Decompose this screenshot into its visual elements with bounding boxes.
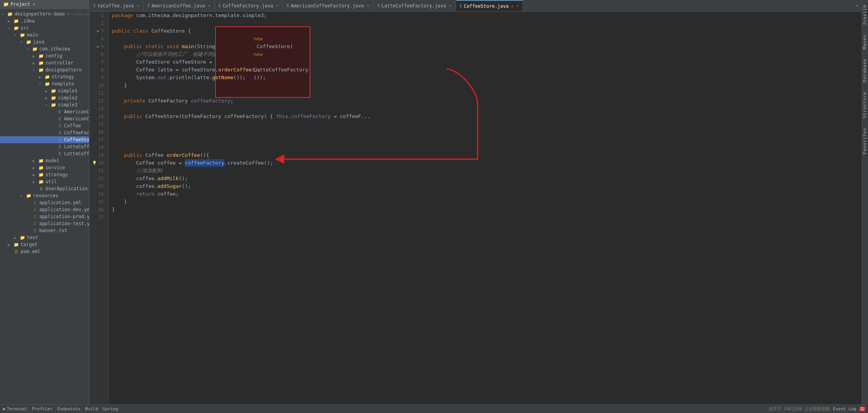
folder-icon: 📁 xyxy=(26,193,32,199)
bottom-tab-spring[interactable]: Spring xyxy=(103,406,118,411)
bottom-tab-terminal[interactable]: ▶ Terminal xyxy=(3,406,28,411)
code-line-17[interactable] xyxy=(112,136,859,144)
tree-item-americancoffee[interactable]: C AmericanCoffee xyxy=(0,108,89,115)
sidebar-header[interactable]: 📁 Project ▾ xyxy=(0,0,89,9)
arrow-icon: ▶ xyxy=(8,19,13,23)
tree-item-util[interactable]: ▶ 📁 util xyxy=(0,178,89,185)
project-dropdown-icon[interactable]: ▾ xyxy=(33,2,35,7)
code-text: CoffeeFactory xyxy=(145,97,191,105)
tree-item-src[interactable]: ▾ 📁 src xyxy=(0,24,89,31)
jcaslib-panel[interactable]: Jcaslib xyxy=(862,0,868,30)
tab-label: AmericanCoffee.java xyxy=(151,3,205,9)
bottom-right-section: 道学字 1481394 正在观看视频 Event Log 1 xyxy=(769,406,865,412)
bottom-tab-label: Spring xyxy=(103,406,118,411)
tab-close-icon[interactable]: × xyxy=(517,4,519,8)
tab-americancoffee[interactable]: C AmericanCoffee.java × xyxy=(144,0,215,11)
code-content[interactable]: package com.itheima.designpattern.templa… xyxy=(109,12,862,404)
tab-close-icon[interactable]: × xyxy=(449,3,452,8)
tree-item-resources[interactable]: ▾ 📁 resources xyxy=(0,192,89,199)
tree-item-americancoffeefactory[interactable]: C AmericanCoffeeFactory xyxy=(0,115,89,122)
tree-item-simple2[interactable]: ▶ 📁 simple2 xyxy=(0,94,89,101)
code-line-18[interactable] xyxy=(112,144,859,151)
tree-item-model[interactable]: ▶ 📁 model xyxy=(0,157,89,164)
code-line-15[interactable] xyxy=(112,120,859,128)
tree-item-main[interactable]: ▾ 📁 main xyxy=(0,31,89,38)
tree-item-designpattern[interactable]: ▾ 📁 designpattern xyxy=(0,66,89,73)
tree-item-userapplication[interactable]: A UserApplication xyxy=(0,185,89,192)
tree-item-coffee[interactable]: C Coffee xyxy=(0,122,89,129)
code-line-24[interactable]: return coffee; xyxy=(112,190,859,198)
tab-coffeefactory[interactable]: C CoffeeFactory.java × xyxy=(215,0,283,11)
maven-panel[interactable]: Maven xyxy=(862,30,868,54)
tab-overflow[interactable]: ▾ xyxy=(852,0,862,11)
tree-item-application-prod-yml[interactable]: 🗋 application-prod.yml xyxy=(0,213,89,220)
code-line-2[interactable] xyxy=(112,19,859,27)
arrow-icon: ▶ xyxy=(33,173,38,177)
run-icon[interactable]: ▶ xyxy=(95,27,99,35)
code-line-26[interactable]: } xyxy=(112,206,859,213)
tree-label: CoffeeStore xyxy=(64,137,89,142)
tab-americancoffeefactory[interactable]: C AmericanCoffeeFactory.java × xyxy=(283,0,374,11)
tree-item-pom-xml[interactable]: 🗋 pom.xml xyxy=(0,248,89,255)
code-line-27[interactable] xyxy=(112,213,859,221)
tree-item-lattecoffee[interactable]: C LatteCoffee xyxy=(0,143,89,150)
tree-item-lattecoffeefactory[interactable]: C LatteCoffeeFactory xyxy=(0,150,89,157)
tab-coffeestore[interactable]: C CoffeeStore.java ⚠ × xyxy=(456,0,524,11)
code-line-20[interactable]: Coffee coffee = coffeeFactory .createCof… xyxy=(112,159,859,167)
yaml-icon: 🗋 xyxy=(32,200,38,206)
tree-item-designpattern-demo[interactable]: ▾ 📁 designpattern-demo D:\code\designpat… xyxy=(0,10,89,17)
tree-item-application-test-yml[interactable]: 🗋 application-test.yml xyxy=(0,220,89,227)
tree-item-target[interactable]: ▶ 📁 target xyxy=(0,241,89,248)
tab-close-icon[interactable]: × xyxy=(137,3,139,8)
tab-lattecoffeefactory[interactable]: C LatteCoffeeFactory.java × xyxy=(374,0,456,11)
bottom-tab-label: Terminal xyxy=(7,406,28,411)
code-line-9[interactable]: System. out .println(latte. getName ()); xyxy=(112,74,859,82)
code-line-21[interactable]: //添加配料 xyxy=(112,167,859,175)
structure-panel[interactable]: Structure xyxy=(862,87,868,123)
tree-item-config[interactable]: ▶ 📁 config xyxy=(0,52,89,59)
tree-item-strategy[interactable]: ▶ 📁 strategy xyxy=(0,73,89,80)
code-line-22[interactable]: coffee. addMilk (); xyxy=(112,175,859,182)
tree-item-simple1[interactable]: ▶ 📁 simple1 xyxy=(0,87,89,94)
bottom-tab-endpoints[interactable]: Endpoints xyxy=(57,406,81,411)
tree-item-strategy2[interactable]: ▶ 📁 strategy xyxy=(0,171,89,178)
code-line-12[interactable]: private CoffeeFactory coffeeFactory ; xyxy=(112,97,859,105)
database-panel[interactable]: Database xyxy=(862,54,868,87)
tree-item-coffeestore[interactable]: C CoffeeStore xyxy=(0,136,89,143)
bottom-tab-profiler[interactable]: Profiler xyxy=(32,406,53,411)
code-line-19[interactable]: public Coffee orderCoffee (){ xyxy=(112,151,859,159)
tree-item-template[interactable]: ▾ 📁 template xyxy=(0,80,89,87)
run-icon[interactable]: ▶ xyxy=(95,43,99,50)
code-line-13[interactable] xyxy=(112,105,859,113)
tree-item-banner-txt[interactable]: 🗋 banner.txt xyxy=(0,227,89,234)
tab-close-icon[interactable]: × xyxy=(367,3,369,8)
tree-item-idea[interactable]: ▶ 📁 .idea xyxy=(0,17,89,24)
tree-item-controller[interactable]: ▶ 📁 controller xyxy=(0,59,89,66)
code-text: } xyxy=(112,206,115,213)
tree-item-application-dev-yml[interactable]: 🗋 application-dev.yml xyxy=(0,206,89,213)
tree-item-coffeefactory[interactable]: I CoffeeFactory xyxy=(0,129,89,136)
favorites-panel[interactable]: Favorites xyxy=(862,123,868,159)
arrow-icon: ▾ xyxy=(33,68,38,72)
tree-label: src xyxy=(21,25,29,31)
tree-item-java[interactable]: ▾ 📁 java xyxy=(0,38,89,45)
code-line-1[interactable]: package com.itheima.designpattern.templa… xyxy=(112,12,859,19)
tab-tecoffee[interactable]: C teCoffee.java × xyxy=(89,0,144,11)
event-log-button[interactable]: Event Log xyxy=(833,406,856,411)
code-line-14[interactable]: public CoffeeStore(CoffeeFactory coffeeF… xyxy=(112,113,859,120)
tree-item-service[interactable]: ▶ 📁 service xyxy=(0,164,89,171)
tab-close-icon[interactable]: × xyxy=(276,3,278,8)
bottom-tab-build[interactable]: Build xyxy=(85,406,98,411)
line-num-5: ▶ 5 xyxy=(92,43,105,50)
tree-item-simple3[interactable]: ▾ 📁 simple3 xyxy=(0,101,89,108)
code-line-7[interactable]: CoffeeStore coffeeStore = new CoffeeStor… xyxy=(112,58,859,66)
tab-close-icon[interactable]: × xyxy=(208,3,210,8)
code-line-23[interactable]: coffee. addSugar (); xyxy=(112,182,859,190)
tree-item-com-itheima[interactable]: ▾ 📁 com.itheima xyxy=(0,45,89,52)
keyword: this xyxy=(276,113,288,120)
tree-item-test[interactable]: ▶ 📁 test xyxy=(0,234,89,241)
code-line-25[interactable]: } xyxy=(112,198,859,206)
code-line-8[interactable]: Coffee latte = coffeeStore. orderCoffee … xyxy=(112,66,859,74)
code-line-16[interactable] xyxy=(112,128,859,136)
tree-item-application-yml[interactable]: 🗋 application.yml xyxy=(0,199,89,206)
